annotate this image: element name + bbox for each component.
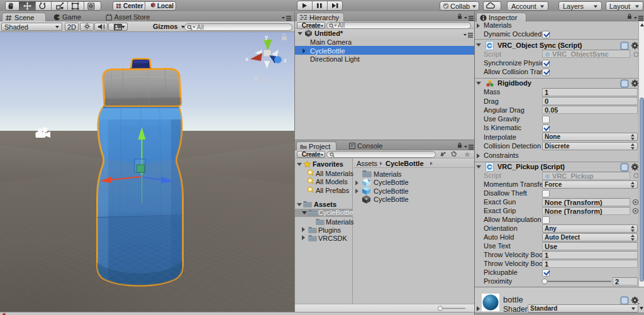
svg-text:x: x [245,56,248,62]
svg-text:Center: Center [123,3,143,9]
svg-text:Layout: Layout [609,3,630,10]
svg-text:Local: Local [157,3,174,9]
svg-text:Persp: Persp [259,77,277,84]
svg-text:Collab: Collab [450,3,470,10]
svg-text:Layers: Layers [563,3,584,10]
svg-text:Account: Account [511,3,536,10]
svg-text:y: y [265,34,268,40]
svg-text:z: z [284,57,287,64]
